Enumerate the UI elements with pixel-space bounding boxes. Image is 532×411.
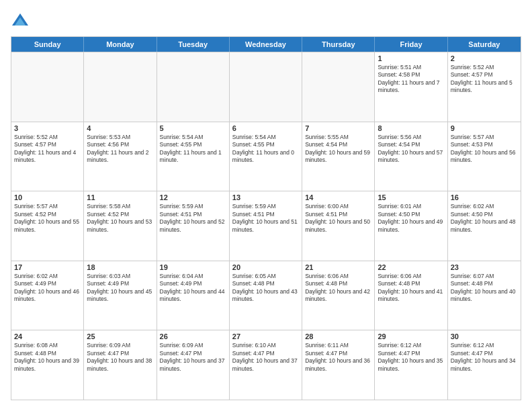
logo-icon <box>11 11 30 30</box>
day-info: Sunrise: 6:09 AMSunset: 4:47 PMDaylight:… <box>87 342 153 373</box>
calendar-cell: 6Sunrise: 5:54 AMSunset: 4:55 PMDaylight… <box>230 122 302 191</box>
day-number: 26 <box>160 332 226 340</box>
day-number: 23 <box>451 263 518 271</box>
day-info: Sunrise: 6:11 AMSunset: 4:47 PMDaylight:… <box>305 342 371 373</box>
calendar-cell: 1Sunrise: 5:51 AMSunset: 4:58 PMDaylight… <box>375 52 447 122</box>
calendar-row-4: 17Sunrise: 6:02 AMSunset: 4:49 PMDayligh… <box>11 261 521 330</box>
calendar-cell: 13Sunrise: 5:59 AMSunset: 4:51 PMDayligh… <box>230 191 302 261</box>
calendar-cell: 3Sunrise: 5:52 AMSunset: 4:57 PMDaylight… <box>11 122 84 191</box>
day-info: Sunrise: 5:51 AMSunset: 4:58 PMDaylight:… <box>378 64 444 95</box>
day-number: 24 <box>14 332 81 340</box>
calendar-cell: 11Sunrise: 5:58 AMSunset: 4:52 PMDayligh… <box>84 191 157 261</box>
day-info: Sunrise: 6:12 AMSunset: 4:47 PMDaylight:… <box>378 342 444 373</box>
calendar-cell: 29Sunrise: 6:12 AMSunset: 4:47 PMDayligh… <box>375 330 447 400</box>
page: SundayMondayTuesdayWednesdayThursdayFrid… <box>0 0 532 411</box>
day-number: 19 <box>160 263 226 271</box>
calendar-cell: 27Sunrise: 6:10 AMSunset: 4:47 PMDayligh… <box>230 330 302 400</box>
calendar-cell: 16Sunrise: 6:02 AMSunset: 4:50 PMDayligh… <box>448 191 521 261</box>
header-day-monday: Monday <box>84 37 157 52</box>
calendar-cell: 25Sunrise: 6:09 AMSunset: 4:47 PMDayligh… <box>84 330 157 400</box>
header-day-sunday: Sunday <box>11 37 84 52</box>
day-info: Sunrise: 6:05 AMSunset: 4:48 PMDaylight:… <box>232 273 299 304</box>
calendar-cell: 24Sunrise: 6:08 AMSunset: 4:48 PMDayligh… <box>11 330 84 400</box>
header-day-thursday: Thursday <box>302 37 375 52</box>
calendar-cell: 22Sunrise: 6:06 AMSunset: 4:48 PMDayligh… <box>375 261 447 330</box>
calendar-cell: 20Sunrise: 6:05 AMSunset: 4:48 PMDayligh… <box>230 261 302 330</box>
day-info: Sunrise: 5:56 AMSunset: 4:54 PMDaylight:… <box>378 134 444 165</box>
day-number: 5 <box>160 124 226 132</box>
calendar-cell <box>230 52 302 122</box>
calendar-cell: 14Sunrise: 6:00 AMSunset: 4:51 PMDayligh… <box>302 191 375 261</box>
calendar-cell: 7Sunrise: 5:55 AMSunset: 4:54 PMDaylight… <box>302 122 375 191</box>
day-info: Sunrise: 5:52 AMSunset: 4:57 PMDaylight:… <box>14 134 81 165</box>
calendar-cell: 8Sunrise: 5:56 AMSunset: 4:54 PMDaylight… <box>375 122 447 191</box>
day-number: 27 <box>232 332 299 340</box>
calendar-cell: 23Sunrise: 6:07 AMSunset: 4:48 PMDayligh… <box>448 261 521 330</box>
calendar-cell <box>11 52 84 122</box>
header-day-wednesday: Wednesday <box>230 37 302 52</box>
day-number: 10 <box>14 193 81 201</box>
day-number: 8 <box>378 124 444 132</box>
day-number: 30 <box>451 332 518 340</box>
day-number: 3 <box>14 124 81 132</box>
day-info: Sunrise: 6:12 AMSunset: 4:47 PMDaylight:… <box>451 342 518 373</box>
calendar-header: SundayMondayTuesdayWednesdayThursdayFrid… <box>11 37 521 52</box>
calendar-cell: 9Sunrise: 5:57 AMSunset: 4:53 PMDaylight… <box>448 122 521 191</box>
header-day-friday: Friday <box>375 37 447 52</box>
day-info: Sunrise: 6:04 AMSunset: 4:49 PMDaylight:… <box>160 273 226 304</box>
day-number: 17 <box>14 263 81 271</box>
day-info: Sunrise: 5:57 AMSunset: 4:53 PMDaylight:… <box>451 134 518 165</box>
day-info: Sunrise: 5:58 AMSunset: 4:52 PMDaylight:… <box>87 203 153 234</box>
day-number: 22 <box>378 263 444 271</box>
calendar-cell: 15Sunrise: 6:01 AMSunset: 4:50 PMDayligh… <box>375 191 447 261</box>
calendar-cell: 28Sunrise: 6:11 AMSunset: 4:47 PMDayligh… <box>302 330 375 400</box>
calendar-cell: 17Sunrise: 6:02 AMSunset: 4:49 PMDayligh… <box>11 261 84 330</box>
day-number: 13 <box>232 193 299 201</box>
calendar-cell <box>84 52 157 122</box>
day-info: Sunrise: 6:10 AMSunset: 4:47 PMDaylight:… <box>232 342 299 373</box>
day-number: 9 <box>451 124 518 132</box>
day-info: Sunrise: 6:06 AMSunset: 4:48 PMDaylight:… <box>378 273 444 304</box>
day-number: 21 <box>305 263 371 271</box>
calendar-row-3: 10Sunrise: 5:57 AMSunset: 4:52 PMDayligh… <box>11 191 521 261</box>
day-info: Sunrise: 5:54 AMSunset: 4:55 PMDaylight:… <box>160 134 226 165</box>
day-number: 12 <box>160 193 226 201</box>
day-number: 16 <box>451 193 518 201</box>
day-info: Sunrise: 5:59 AMSunset: 4:51 PMDaylight:… <box>160 203 226 234</box>
day-number: 6 <box>232 124 299 132</box>
day-number: 2 <box>451 54 518 62</box>
day-info: Sunrise: 5:59 AMSunset: 4:51 PMDaylight:… <box>232 203 299 234</box>
calendar-cell: 10Sunrise: 5:57 AMSunset: 4:52 PMDayligh… <box>11 191 84 261</box>
day-number: 7 <box>305 124 371 132</box>
day-info: Sunrise: 5:55 AMSunset: 4:54 PMDaylight:… <box>305 134 371 165</box>
day-number: 15 <box>378 193 444 201</box>
logo <box>11 11 32 30</box>
day-number: 25 <box>87 332 153 340</box>
calendar-row-5: 24Sunrise: 6:08 AMSunset: 4:48 PMDayligh… <box>11 330 521 400</box>
calendar-cell: 5Sunrise: 5:54 AMSunset: 4:55 PMDaylight… <box>157 122 230 191</box>
day-number: 29 <box>378 332 444 340</box>
day-number: 14 <box>305 193 371 201</box>
calendar-row-1: 1Sunrise: 5:51 AMSunset: 4:58 PMDaylight… <box>11 52 521 122</box>
day-info: Sunrise: 6:00 AMSunset: 4:51 PMDaylight:… <box>305 203 371 234</box>
day-number: 28 <box>305 332 371 340</box>
day-number: 18 <box>87 263 153 271</box>
header-day-tuesday: Tuesday <box>157 37 230 52</box>
calendar-cell: 2Sunrise: 5:52 AMSunset: 4:57 PMDaylight… <box>448 52 521 122</box>
day-info: Sunrise: 6:07 AMSunset: 4:48 PMDaylight:… <box>451 273 518 304</box>
day-info: Sunrise: 6:06 AMSunset: 4:48 PMDaylight:… <box>305 273 371 304</box>
day-info: Sunrise: 6:09 AMSunset: 4:47 PMDaylight:… <box>160 342 226 373</box>
day-info: Sunrise: 6:02 AMSunset: 4:50 PMDaylight:… <box>451 203 518 234</box>
calendar-cell: 30Sunrise: 6:12 AMSunset: 4:47 PMDayligh… <box>448 330 521 400</box>
day-info: Sunrise: 6:01 AMSunset: 4:50 PMDaylight:… <box>378 203 444 234</box>
header-day-saturday: Saturday <box>448 37 521 52</box>
day-info: Sunrise: 6:08 AMSunset: 4:48 PMDaylight:… <box>14 342 81 373</box>
day-number: 20 <box>232 263 299 271</box>
day-info: Sunrise: 6:02 AMSunset: 4:49 PMDaylight:… <box>14 273 81 304</box>
calendar-row-2: 3Sunrise: 5:52 AMSunset: 4:57 PMDaylight… <box>11 122 521 191</box>
day-info: Sunrise: 6:03 AMSunset: 4:49 PMDaylight:… <box>87 273 153 304</box>
calendar: SundayMondayTuesdayWednesdayThursdayFrid… <box>11 36 521 400</box>
calendar-cell: 21Sunrise: 6:06 AMSunset: 4:48 PMDayligh… <box>302 261 375 330</box>
calendar-cell <box>157 52 230 122</box>
calendar-cell: 4Sunrise: 5:53 AMSunset: 4:56 PMDaylight… <box>84 122 157 191</box>
